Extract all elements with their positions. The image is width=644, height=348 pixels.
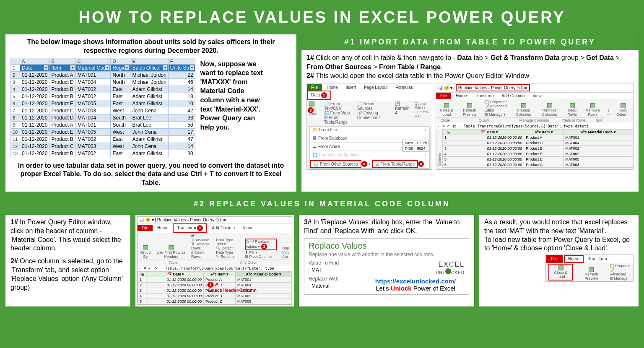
table-cell[interactable]: 22 [168,71,195,78]
menu-from-other[interactable]: 📊 From Other Sources [310,160,361,168]
formula-bar[interactable]: = Table.TransformColumnTypes(Source,{{"D… [459,124,589,128]
cl-tab-transform[interactable]: Transform [584,256,610,262]
table-cell[interactable]: Product E [49,128,75,135]
table-cell[interactable]: 47 [168,135,195,143]
table-cell[interactable]: 14 [168,143,195,150]
pq2-tab-addcol[interactable]: Add Column [208,225,238,231]
btn-existing[interactable]: 🔗 Existing Connections [357,111,390,120]
table-cell[interactable]: Adam Gilkrist [130,135,168,143]
menu-from-file[interactable]: 📁 From File› [310,127,429,133]
table-cell[interactable]: 18 [168,93,195,100]
table-cell[interactable]: 01-12-2020 [20,71,49,78]
col-item[interactable]: Item▾ [49,64,75,71]
table-cell[interactable]: Product B [49,150,75,157]
brand-url[interactable]: https://excelunlocked.com/ [375,278,456,285]
pq-tab-transform[interactable]: Transform [471,93,497,99]
cl-tab-file[interactable]: File [546,255,563,263]
props-button[interactable]: 📋 Properties [485,100,508,104]
table-cell[interactable]: East [111,93,130,100]
table-cell[interactable]: 01-12-2020 [20,143,49,150]
replace-values-button[interactable]: ½→² Replace Values ▾ 3 [245,239,277,250]
table-cell[interactable]: MAT004 [75,78,111,86]
pq-tab-addcol[interactable]: Add Column [498,93,528,99]
table-cell[interactable]: 01-12-2020 [20,107,49,114]
table-cell[interactable]: West [111,143,130,150]
tab-formulas[interactable]: Formulas [392,84,416,91]
cl-tab-home[interactable]: Home [564,255,584,263]
filter-icon[interactable]: ▾ [163,65,168,70]
table-cell[interactable]: East [111,86,130,93]
table-cell[interactable]: Product B [49,86,75,93]
pq-tab-file[interactable]: File [436,93,451,99]
table-cell[interactable]: Product D [49,114,75,121]
table-cell[interactable]: 01-12-2020 [20,86,49,93]
filter-icon[interactable]: ▾ [70,65,75,70]
table-cell[interactable]: East [111,100,130,107]
adv-editor-button[interactable]: 📝 Advanced Editor [485,104,508,112]
table-cell[interactable]: North [111,71,130,78]
table-cell[interactable]: 10 [168,100,195,107]
table-cell[interactable]: Product C [49,107,75,114]
refresh-icon[interactable] [467,103,472,108]
count-button[interactable]: # Count Rows [191,250,211,259]
table-cell[interactable]: MAT002 [75,135,111,143]
table-cell[interactable]: Michael Jordon [130,78,168,86]
refresh-button[interactable]: Refresh Preview [463,108,476,117]
table-cell[interactable]: Adam Gilkrist [130,100,168,107]
table-cell[interactable]: John Cena [130,128,168,135]
table-cell[interactable]: West [111,128,130,135]
btn-recent[interactable]: 🕘 Recent Sources [357,101,390,111]
choose-cols-icon[interactable] [521,103,526,108]
rename-button[interactable]: ✎ Rename [216,255,240,259]
btn-from-web[interactable]: 🌐 From Web [324,111,352,115]
table-cell[interactable]: 01-12-2020 [20,135,49,143]
reverse-button[interactable]: ⇅ Reverse Rows [191,242,211,250]
col-matcode[interactable]: Material Code▾ [75,64,111,71]
table-cell[interactable]: South [111,121,130,128]
table-cell[interactable]: 01-12-2020 [20,121,49,128]
tab-home[interactable]: Home [323,84,341,91]
tab-data[interactable]: Data 1 [307,91,331,100]
table-cell[interactable]: MAT002 [75,150,111,157]
table-cell[interactable]: 42 [168,107,195,114]
table-cell[interactable]: MAT005 [75,128,111,135]
table-cell[interactable]: MAT002 [75,93,111,100]
btn-from-table[interactable]: ⊞ From Table/Range [324,115,352,125]
remove-cols-icon[interactable] [547,103,552,108]
table-cell[interactable]: John Cena [130,143,168,150]
table-cell[interactable]: West [111,107,130,114]
filter-icon[interactable]: ▾ [105,65,110,70]
pq-tab-view[interactable]: View [529,93,545,99]
queries-pane[interactable]: Queries [436,129,442,168]
table-cell[interactable]: Adam Gilkrist [130,93,168,100]
table-cell[interactable]: 46 [168,78,195,86]
close-load-button[interactable]: Close & Load [440,108,454,117]
getdata-icon[interactable] [309,101,314,106]
pq2-tab-home[interactable]: Home [154,225,172,231]
table-cell[interactable]: 01-12-2020 [20,78,49,86]
table-cell[interactable]: 14 [168,86,195,93]
fill-button[interactable]: ⬇ Fill ▾ [245,250,277,255]
transpose-button[interactable]: ⇄ Transpose [191,234,211,242]
table-cell[interactable]: 33 [168,114,195,121]
table-cell[interactable]: 01-12-2020 [20,114,49,121]
pq2-tab-file[interactable]: File [138,225,153,231]
usefirstrow-icon[interactable] [169,245,174,250]
col-officer[interactable]: Sales Officer▾ [130,64,168,71]
datatype-button[interactable]: Data Type: Text ▾ [216,238,240,246]
table-cell[interactable]: East [111,135,130,143]
cl-refresh-icon[interactable] [589,267,594,272]
menu-from-table-range[interactable]: ⊞ From Table/Range [372,160,418,168]
remove-rows-icon[interactable] [590,103,595,108]
table-cell[interactable]: Adam Gilkrist [130,86,168,93]
table-cell[interactable]: Product D [49,78,75,86]
table-cell[interactable]: MAT002 [75,86,111,93]
tab-file[interactable]: File [307,84,322,91]
table-cell[interactable]: Product E [49,100,75,107]
btn-refresh-all[interactable]: 🔄Refresh All [395,101,410,115]
table-cell[interactable]: MAT005 [75,100,111,107]
table-cell[interactable]: East [111,150,130,157]
cl-close-load[interactable]: Close & Load [548,264,573,280]
table-cell[interactable]: 01-12-2020 [20,100,49,107]
close-load-icon[interactable] [444,103,449,108]
